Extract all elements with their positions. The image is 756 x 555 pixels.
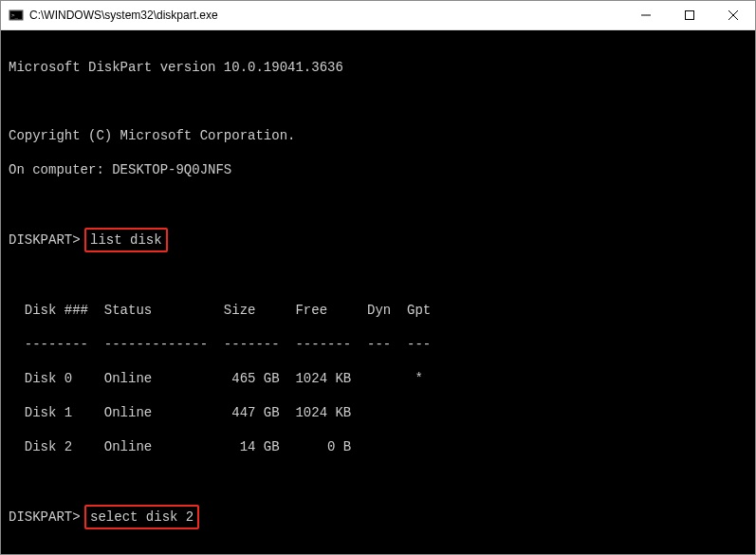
blank [9, 93, 747, 110]
window-controls [624, 1, 755, 29]
titlebar: >_ C:\WINDOWS\system32\diskpart.exe [1, 1, 755, 30]
maximize-button[interactable] [668, 1, 711, 29]
terminal[interactable]: Microsoft DiskPart version 10.0.19041.36… [1, 30, 755, 554]
blank [9, 545, 747, 554]
window: >_ C:\WINDOWS\system32\diskpart.exe Micr… [0, 0, 756, 555]
version-line: Microsoft DiskPart version 10.0.19041.36… [9, 59, 747, 76]
prompt-line: DISKPART> select disk 2 [9, 507, 747, 527]
cmd-list-disk: list disk [84, 228, 168, 252]
svg-rect-4 [686, 11, 694, 20]
svg-text:>_: >_ [11, 11, 19, 19]
table-row: Disk 2 Online 14 GB 0 B [9, 438, 747, 455]
window-title: C:\WINDOWS\system32\diskpart.exe [29, 9, 218, 22]
disk-table-divider: -------- ------------- ------- ------- -… [9, 336, 747, 353]
computer-line: On computer: DESKTOP-9Q0JNFS [9, 161, 747, 178]
cmd-select-disk: select disk 2 [84, 505, 199, 529]
minimize-button[interactable] [624, 1, 668, 29]
blank [9, 472, 747, 490]
table-row: Disk 1 Online 447 GB 1024 KB [9, 404, 747, 421]
disk-table-header: Disk ### Status Size Free Dyn Gpt [9, 302, 747, 319]
prompt-line: DISKPART> list disk [9, 230, 747, 250]
prompt: DISKPART> [9, 232, 81, 248]
table-row: Disk 0 Online 465 GB 1024 KB * [9, 370, 747, 387]
blank [9, 195, 747, 213]
copyright-line: Copyright (C) Microsoft Corporation. [9, 127, 747, 144]
prompt: DISKPART> [9, 509, 81, 525]
app-icon: >_ [9, 8, 24, 23]
close-button[interactable] [711, 1, 755, 29]
blank [9, 268, 747, 285]
